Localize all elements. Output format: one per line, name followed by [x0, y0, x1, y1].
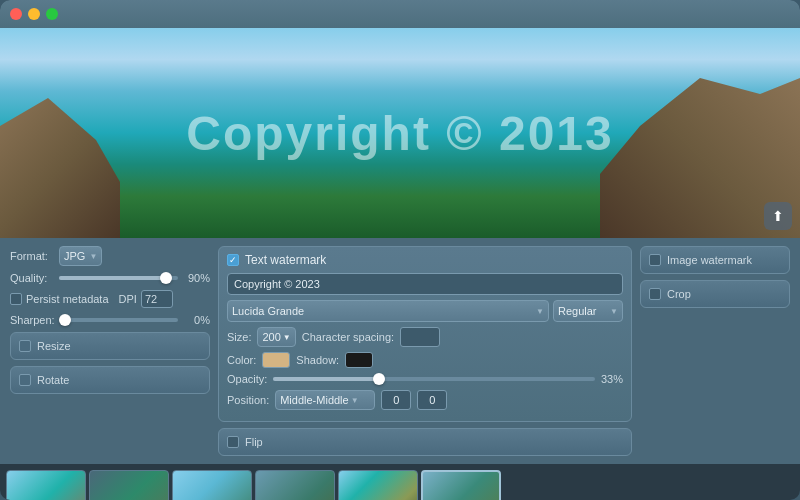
right-panel: Image watermark Crop [640, 246, 790, 456]
font-style-select[interactable]: Regular ▼ [553, 300, 623, 322]
font-name-select[interactable]: Lucida Grande ▼ [227, 300, 549, 322]
share-button[interactable]: ⬆ [764, 202, 792, 230]
format-row: Format: JPG ▼ [10, 246, 210, 266]
thumbnail-11[interactable]: 11 [421, 470, 501, 500]
rotate-checkbox[interactable] [19, 374, 31, 386]
position-chevron-icon: ▼ [351, 396, 359, 405]
text-watermark-checkbox[interactable]: ✓ [227, 254, 239, 266]
sharpen-label: Sharpen: [10, 314, 55, 326]
char-spacing-input[interactable] [400, 327, 440, 347]
size-row: Size: 200 ▼ Character spacing: [227, 327, 623, 347]
format-value: JPG [64, 250, 85, 262]
text-watermark-section: ✓ Text watermark Lucida Grande ▼ Regular… [218, 246, 632, 422]
position-row: Position: Middle-Middle ▼ [227, 390, 623, 410]
font-row: Lucida Grande ▼ Regular ▼ [227, 300, 623, 322]
titlebar [0, 0, 800, 28]
thumbnail-6[interactable]: 6 [6, 470, 86, 500]
size-select[interactable]: 200 ▼ [257, 327, 295, 347]
crop-button[interactable]: Crop [640, 280, 790, 308]
dpi-label: DPI [119, 293, 137, 305]
sharpen-value: 0% [182, 314, 210, 326]
color-swatch[interactable] [262, 352, 290, 368]
flip-button[interactable]: Flip [218, 428, 632, 456]
quality-row: Quality: 90% [10, 272, 210, 284]
font-name-value: Lucida Grande [232, 305, 304, 317]
size-label: Size: [227, 331, 251, 343]
image-watermark-button[interactable]: Image watermark [640, 246, 790, 274]
size-chevron-icon: ▼ [283, 333, 291, 342]
opacity-label: Opacity: [227, 373, 267, 385]
sharpen-row: Sharpen: 0% [10, 314, 210, 326]
middle-panel: ✓ Text watermark Lucida Grande ▼ Regular… [218, 246, 632, 456]
close-button[interactable] [10, 8, 22, 20]
watermark-preview-text: Copyright © 2013 [186, 106, 613, 161]
image-watermark-checkbox[interactable] [649, 254, 661, 266]
color-shadow-row: Color: Shadow: [227, 352, 623, 368]
opacity-row: Opacity: 33% [227, 373, 623, 385]
text-watermark-header: ✓ Text watermark [227, 253, 623, 267]
position-select[interactable]: Middle-Middle ▼ [275, 390, 375, 410]
fullscreen-button[interactable] [46, 8, 58, 20]
quality-label: Quality: [10, 272, 55, 284]
position-label: Position: [227, 394, 269, 406]
color-label: Color: [227, 354, 256, 366]
crop-checkbox[interactable] [649, 288, 661, 300]
rotate-label: Rotate [37, 374, 69, 386]
sharpen-slider[interactable] [59, 318, 178, 322]
rotate-button[interactable]: Rotate [10, 366, 210, 394]
image-watermark-label: Image watermark [667, 254, 752, 266]
thumbnail-8[interactable]: 8 [172, 470, 252, 500]
position-value: Middle-Middle [280, 394, 348, 406]
flip-checkbox[interactable] [227, 436, 239, 448]
text-watermark-title: Text watermark [245, 253, 326, 267]
share-icon: ⬆ [772, 208, 784, 224]
thumbnail-7[interactable]: 7 [89, 470, 169, 500]
position-y-input[interactable] [417, 390, 447, 410]
crop-label: Crop [667, 288, 691, 300]
char-spacing-label: Character spacing: [302, 331, 394, 343]
shadow-label: Shadow: [296, 354, 339, 366]
format-label: Format: [10, 250, 55, 262]
thumbnail-10[interactable]: 10 [338, 470, 418, 500]
dpi-input[interactable]: 72 [141, 290, 173, 308]
left-panel: Format: JPG ▼ Quality: 90% Persist metad… [10, 246, 210, 456]
shadow-swatch[interactable] [345, 352, 373, 368]
format-chevron-icon: ▼ [89, 252, 97, 261]
controls-area: Format: JPG ▼ Quality: 90% Persist metad… [0, 238, 800, 464]
resize-button[interactable]: Resize [10, 332, 210, 360]
persist-metadata-row: Persist metadata DPI 72 [10, 290, 210, 308]
opacity-slider[interactable] [273, 377, 595, 381]
minimize-button[interactable] [28, 8, 40, 20]
persist-metadata-checkbox[interactable] [10, 293, 22, 305]
thumbnail-9[interactable]: 9 [255, 470, 335, 500]
style-chevron-icon: ▼ [610, 307, 618, 316]
format-select[interactable]: JPG ▼ [59, 246, 102, 266]
size-value: 200 [262, 331, 280, 343]
filmstrip: 6 7 8 9 10 11 [0, 464, 800, 500]
flip-label: Flip [245, 436, 263, 448]
position-x-input[interactable] [381, 390, 411, 410]
opacity-value: 33% [601, 373, 623, 385]
traffic-lights [10, 8, 58, 20]
resize-label: Resize [37, 340, 71, 352]
image-preview: Copyright © 2013 ⬆ [0, 28, 800, 238]
resize-checkbox[interactable] [19, 340, 31, 352]
quality-slider[interactable] [59, 276, 178, 280]
quality-value: 90% [182, 272, 210, 284]
watermark-text-input[interactable] [227, 273, 623, 295]
font-chevron-icon: ▼ [536, 307, 544, 316]
font-style-value: Regular [558, 305, 597, 317]
persist-metadata-label: Persist metadata [26, 293, 109, 305]
